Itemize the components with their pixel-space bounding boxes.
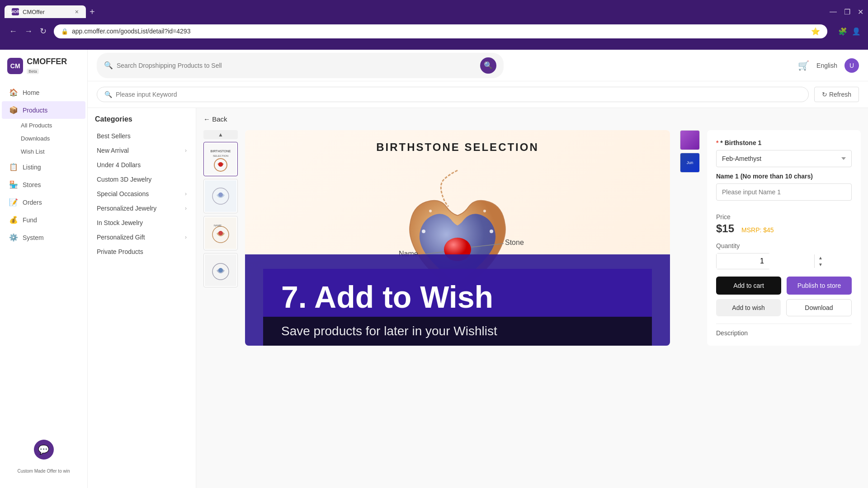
category-custom-3d-jewelry[interactable]: Custom 3D Jewelry [95,172,189,187]
chat-button[interactable]: 💬 [34,440,54,460]
chevron-right-icon-4: › [185,234,187,240]
description-tab[interactable]: Description [716,324,852,337]
product-detail-area: ← Back ▲ BIRTHSTONE SELECTION [196,108,868,488]
name-label: Name 1 (No more than 10 chars) [716,173,852,180]
thumbnail-4[interactable] [203,253,238,287]
sidebar-item-home-label: Home [23,89,39,96]
sidebar-item-home[interactable]: 🏠 Home [2,84,85,101]
extensions-icon[interactable]: 🧩 [838,27,847,36]
svg-point-10 [218,231,223,235]
close-button[interactable]: ✕ [858,8,863,16]
category-private-products[interactable]: Private Products [95,244,189,259]
reload-button[interactable]: ↻ [38,24,48,38]
category-private-label: Private Products [97,248,143,255]
cart-icon[interactable]: 🛒 [798,60,809,71]
overlay-title-section: 7. Add to Wish [263,269,652,317]
keyword-search-input[interactable] [116,91,801,98]
thumbnail-column: ▲ BIRTHSTONE SELECTION [203,130,238,346]
sidebar-item-listing[interactable]: 📋 Listing [2,158,85,176]
quantity-input[interactable] [717,253,814,269]
sidebar-item-stores[interactable]: 🏪 Stores [2,176,85,193]
logo: CM CMOFFER Beta [0,57,87,84]
sidebar-item-wish-list[interactable]: Wish List [0,145,87,158]
overlay-title: 7. Add to Wish [281,282,634,312]
maximize-button[interactable]: ❐ [844,8,850,16]
sidebar-item-orders[interactable]: 📝 Orders [2,193,85,211]
logo-beta: Beta [27,69,39,74]
birthstone-option: * * Birthstone 1 Feb-Amethyst Jan-Garnet… [716,139,852,167]
header-search-button[interactable]: 🔍 [480,57,496,74]
tab-title: CMOffer [23,9,45,15]
thumbnail-3[interactable]: NAME [203,216,238,250]
profile-icon[interactable]: 👤 [852,27,861,36]
sidebar-item-system[interactable]: ⚙️ System [2,229,85,246]
category-personalized-gift[interactable]: Personalized Gift › [95,230,189,244]
quantity-section: Quantity ▲ ▼ [716,242,852,269]
publish-to-store-button[interactable]: Publish to store [787,277,852,295]
chevron-right-icon-2: › [185,191,187,197]
category-personalized-jewelry-label: Personalized Jewelry [97,205,156,212]
svg-point-7 [218,192,223,197]
window-controls: — ❐ ✕ [830,8,863,16]
language-selector[interactable]: English [816,62,837,69]
products-icon: 📦 [9,106,18,114]
sidebar-item-all-products[interactable]: All Products [0,119,87,132]
refresh-button[interactable]: ↻ Refresh [814,87,859,102]
content-header: 🔍 ↻ Refresh [88,81,868,108]
primary-button-row: Add to cart Publish to store [716,277,852,295]
add-to-cart-button[interactable]: Add to cart [716,277,781,295]
birthstone-select[interactable]: Feb-Amethyst Jan-Garnet Mar-Aquamarine A… [716,150,852,167]
sidebar-item-fund[interactable]: 💰 Fund [2,211,85,229]
quantity-decrement[interactable]: ▼ [815,261,826,268]
svg-point-17 [490,230,493,233]
nav-buttons: ← → ↻ [7,24,48,38]
orders-icon: 📝 [9,198,18,206]
back-button[interactable]: ← Back [203,115,861,123]
category-best-sellers[interactable]: Best Sellers [95,129,189,143]
thumb-nav-up[interactable]: ▲ [203,130,238,139]
svg-text:Stone: Stone [505,239,524,246]
header-search[interactable]: 🔍 🔍 [97,53,504,78]
listing-icon: 📋 [9,163,18,171]
name-input[interactable] [716,183,852,201]
swatch-purple[interactable] [680,130,700,150]
add-to-wish-button[interactable]: Add to wish [716,299,781,316]
header-search-input[interactable] [117,62,476,69]
active-tab[interactable]: CMOffer CMOffer × [5,5,86,18]
svg-text:NAME: NAME [214,224,222,227]
sidebar-item-products[interactable]: 📦 Products [2,101,85,119]
main-product-image: BIRTHSTONE SELECTION [245,130,670,346]
keyword-search-icon: 🔍 [104,91,112,98]
minimize-button[interactable]: — [830,8,837,16]
new-tab-button[interactable]: + [90,7,95,17]
thumbnail-1[interactable]: BIRTHSTONE SELECTION [203,142,238,176]
category-special-occasions[interactable]: Special Occasions › [95,187,189,201]
bookmark-icon[interactable]: ⭐ [811,27,820,36]
quantity-increment[interactable]: ▲ [815,254,826,261]
quantity-control: ▲ ▼ [716,253,770,269]
keyword-search-bar[interactable]: 🔍 [97,87,809,102]
category-personalized-gift-label: Personalized Gift [97,234,145,241]
swatch-blue[interactable]: Jun [680,153,700,173]
svg-point-19 [483,210,486,212]
sidebar-item-orders-label: Orders [23,199,42,206]
category-new-arrival[interactable]: New Arrival › [95,143,189,158]
category-best-sellers-label: Best Sellers [97,132,131,140]
user-avatar[interactable]: U [844,58,859,73]
chat-section: 💬 Custom Made Offer to win [0,432,87,481]
tab-close-button[interactable]: × [75,8,79,15]
category-in-stock-jewelry[interactable]: In Stock Jewelry [95,216,189,230]
forward-nav-button[interactable]: → [23,24,34,38]
download-button[interactable]: Download [786,299,852,316]
sidebar-item-products-label: Products [23,107,47,114]
category-personalized-jewelry[interactable]: Personalized Jewelry › [95,201,189,216]
quantity-label: Quantity [716,242,852,249]
category-under-4-dollars[interactable]: Under 4 Dollars [95,158,189,172]
thumbnail-2[interactable] [203,179,238,213]
price-value: $15 [716,222,734,235]
sidebar-item-fund-label: Fund [23,216,37,224]
address-bar-icons: ⭐ [811,27,820,36]
address-bar[interactable]: 🔒 app.cmoffer.com/goodsList/detail?id=42… [54,24,827,38]
back-nav-button[interactable]: ← [7,24,19,38]
sidebar-item-downloads[interactable]: Downloads [0,132,87,145]
